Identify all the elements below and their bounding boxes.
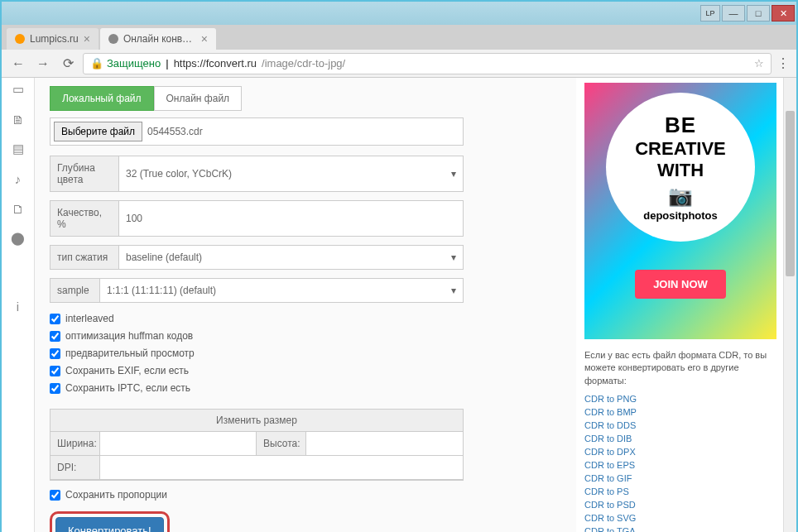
book-icon[interactable]: ▤ (10, 141, 26, 157)
back-button[interactable]: ← (8, 54, 28, 74)
document-icon[interactable]: 🗎 (10, 111, 26, 127)
address-bar: ← → ⟳ 🔒 Защищено | https://fconvert.ru/i… (2, 50, 796, 78)
width-input[interactable] (100, 432, 256, 455)
width-label: Ширина: (50, 432, 100, 455)
checkbox-interleaved[interactable]: interleaved (50, 313, 464, 324)
right-sidebar: BE CREATIVE WITH 📷 depositphotos JOIN NO… (576, 78, 783, 532)
checkbox-keep-proportions[interactable]: Сохранить пропорции (50, 489, 464, 501)
maximize-button[interactable]: □ (747, 5, 770, 22)
lock-icon: 🔒 (90, 57, 103, 69)
secure-indicator: 🔒 Защищено (90, 57, 161, 69)
color-depth-select[interactable]: 32 (True color, YCbCrK) ▾ (118, 156, 464, 192)
quality-row: Качество, % (50, 200, 464, 237)
format-link[interactable]: CDR to PSD (584, 500, 775, 510)
color-depth-label: Глубина цвета (50, 156, 118, 192)
format-link[interactable]: CDR to PNG (584, 394, 775, 404)
height-label: Высота: (257, 432, 306, 455)
main-content: Локальный файл Онлайн файл Выберите файл… (35, 78, 576, 532)
ad-banner[interactable]: BE CREATIVE WITH 📷 depositphotos JOIN NO… (584, 83, 776, 339)
checkbox-huffman[interactable]: оптимизация huffman кодов (50, 330, 464, 342)
tab-title: Онлайн конвертер изоб... (123, 33, 196, 45)
sample-label: sample (50, 278, 99, 303)
tab-close-icon[interactable]: × (201, 32, 208, 46)
info-icon[interactable]: i (10, 298, 26, 314)
sample-row: sample 1:1:1 (11:11:11) (default) ▾ (50, 278, 464, 303)
tab-local-file[interactable]: Локальный файл (50, 86, 154, 111)
checkbox-exif[interactable]: Сохранить EXIF, если есть (50, 365, 464, 376)
compression-row: тип сжатия baseline (default) ▾ (50, 245, 464, 270)
upload-tabs: Локальный файл Онлайн файл (50, 86, 464, 111)
location-icon[interactable]: ⬤ (10, 230, 26, 247)
chevron-down-icon: ▾ (451, 285, 456, 296)
tab-converter[interactable]: Онлайн конвертер изоб... × (100, 28, 216, 50)
resize-section: Изменить размер Ширина: Высота: (50, 409, 464, 481)
left-sidebar: ▭ 🗎 ▤ ♪ 🗋 ⬤ i (2, 78, 35, 532)
formats-intro: Если у вас есть файл формата CDR, то вы … (584, 349, 775, 387)
format-link[interactable]: CDR to EPS (584, 460, 775, 470)
dpi-input[interactable] (100, 456, 463, 479)
format-link[interactable]: CDR to SVG (584, 513, 775, 523)
favicon-icon (15, 34, 25, 44)
file-picker-row: Выберите файл 0544553.cdr (50, 117, 464, 146)
checkbox-preview[interactable]: предварительный просмотр (50, 347, 464, 359)
titlebar: LP — □ ✕ (2, 2, 796, 25)
tab-online-file[interactable]: Онлайн файл (154, 86, 243, 111)
format-link[interactable]: CDR to GIF (584, 473, 775, 483)
reload-button[interactable]: ⟳ (58, 54, 78, 74)
forward-button[interactable]: → (33, 54, 53, 74)
audio-icon[interactable]: ♪ (10, 170, 26, 187)
favicon-icon (108, 34, 118, 44)
browser-tabs: Lumpics.ru × Онлайн конвертер изоб... × (2, 25, 796, 50)
chevron-down-icon: ▾ (451, 168, 456, 180)
format-link[interactable]: CDR to PS (584, 486, 775, 496)
file-icon[interactable]: 🗋 (10, 200, 26, 217)
tab-title: Lumpics.ru (30, 33, 79, 45)
height-input[interactable] (306, 432, 463, 455)
lp-button[interactable]: LP (700, 5, 720, 22)
compression-label: тип сжатия (50, 245, 118, 270)
quality-label: Качество, % (50, 200, 118, 237)
format-link[interactable]: CDR to DDS (584, 420, 775, 430)
chevron-down-icon: ▾ (451, 252, 456, 263)
join-now-button[interactable]: JOIN NOW (635, 270, 726, 299)
scrollbar[interactable] (783, 78, 796, 532)
format-link[interactable]: CDR to BMP (584, 407, 775, 417)
convert-button[interactable]: Конвертировать! (55, 517, 164, 532)
url-path: /image/cdr-to-jpg/ (262, 57, 345, 69)
resize-header: Изменить размер (50, 410, 463, 432)
camera-icon: 📷 (668, 185, 693, 208)
tab-close-icon[interactable]: × (84, 32, 90, 46)
format-link[interactable]: CDR to TGA (584, 526, 775, 532)
scroll-thumb[interactable] (786, 111, 795, 276)
url-host: https://fconvert.ru (174, 57, 257, 69)
video-icon[interactable]: ▭ (10, 81, 26, 98)
formats-list: CDR to PNGCDR to BMPCDR to DDSCDR to DIB… (584, 394, 775, 532)
format-link[interactable]: CDR to DIB (584, 434, 775, 443)
color-depth-row: Глубина цвета 32 (True color, YCbCrK) ▾ (50, 156, 464, 192)
omnibox[interactable]: 🔒 Защищено | https://fconvert.ru/image/c… (83, 53, 772, 74)
dpi-label: DPI: (50, 456, 100, 479)
sample-select[interactable]: 1:1:1 (11:11:11) (default) ▾ (99, 278, 464, 303)
convert-highlight: Конвертировать! (50, 511, 170, 532)
star-icon[interactable]: ☆ (754, 57, 764, 69)
close-button[interactable]: ✕ (772, 5, 795, 22)
options-checkboxes: interleaved оптимизация huffman кодов пр… (50, 313, 464, 394)
checkbox-iptc[interactable]: Сохранить IPTC, если есть (50, 382, 464, 394)
format-link[interactable]: CDR to DPX (584, 447, 775, 457)
choose-file-button[interactable]: Выберите файл (54, 122, 142, 141)
tab-lumpics[interactable]: Lumpics.ru × (7, 28, 99, 50)
minimize-button[interactable]: — (722, 5, 745, 22)
quality-input[interactable] (118, 200, 464, 237)
chosen-filename: 0544553.cdr (147, 126, 203, 137)
compression-select[interactable]: baseline (default) ▾ (118, 245, 464, 270)
menu-button[interactable]: ⋮ (776, 55, 790, 71)
